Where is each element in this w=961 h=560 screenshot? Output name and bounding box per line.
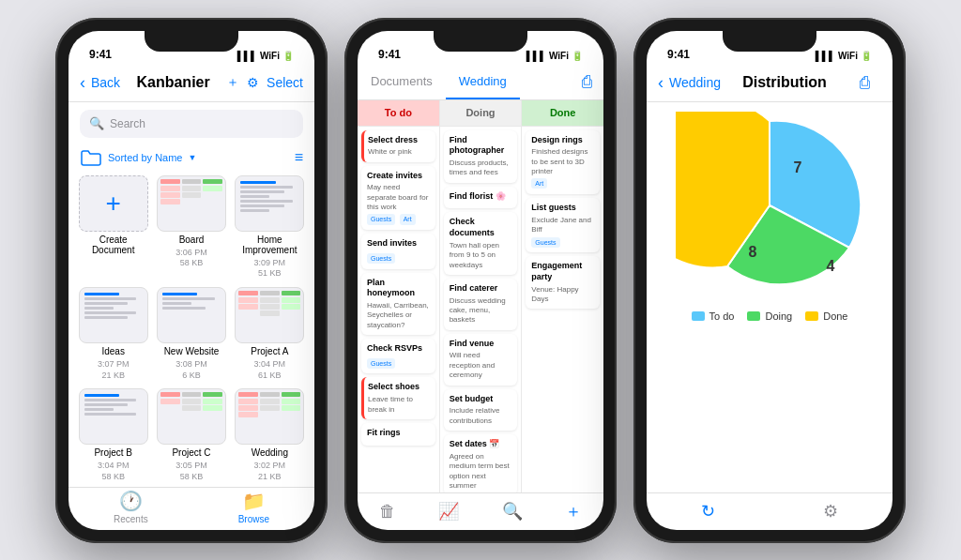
refresh-icon[interactable]: ↻ xyxy=(701,501,715,522)
back-label-1[interactable]: Back xyxy=(91,75,120,90)
settings-icon-3[interactable]: ⚙ xyxy=(823,501,838,522)
file-meta-website: 3:08 PM6 KB xyxy=(175,359,207,381)
back-arrow-icon: ‹ xyxy=(80,73,85,93)
file-item-wedding[interactable]: Wedding 3:02 PM21 KB xyxy=(235,388,305,482)
add-icon[interactable]: ＋ xyxy=(226,74,239,91)
kanban-cards-todo[interactable]: Select dress White or pink Create invite… xyxy=(358,127,439,492)
home-thumb xyxy=(235,175,304,232)
recents-icon: 🕐 xyxy=(119,490,143,512)
notch-3 xyxy=(723,31,816,52)
kanban-card[interactable]: List guests Exclude Jane and Biff Guests xyxy=(526,198,600,252)
share-icon[interactable]: ⎙ xyxy=(571,72,603,92)
tab-wedding-kanban[interactable]: Wedding xyxy=(446,65,520,99)
kanban-card[interactable]: Plan honeymoon Hawaii, Carribean, Seyche… xyxy=(361,273,435,336)
kanban-card[interactable]: Engagement party Venue: Happy Days xyxy=(526,256,600,309)
tab-browse[interactable]: 📁 Browse xyxy=(238,490,269,524)
sort-left[interactable]: Sorted by Name ▼ xyxy=(80,149,196,166)
file-item-projectc[interactable]: Project C 3:05 PM58 KB xyxy=(156,388,226,482)
legend-todo-label: To do xyxy=(709,310,735,322)
legend-doing: Doing xyxy=(747,310,792,322)
sort-chevron-icon: ▼ xyxy=(188,153,196,162)
file-meta-projecta: 3:04 PM61 KB xyxy=(254,359,286,381)
kanban-card[interactable]: Find caterer Discuss wedding cake, menu,… xyxy=(444,279,518,330)
kanban-card[interactable]: Fit rings xyxy=(361,423,435,446)
file-item-projecta[interactable]: Project A 3:04 PM61 KB xyxy=(235,287,305,381)
status-icons-3: ▌▌▌ WiFi 🔋 xyxy=(816,51,872,61)
tab-documents[interactable]: Documents xyxy=(358,65,446,99)
file-name-projectb: Project B xyxy=(94,447,132,458)
file-name-projecta: Project A xyxy=(251,346,288,356)
nav-bar-1: ‹ Back Kanbanier ＋ ⚙ Select xyxy=(69,65,314,102)
chart-legend: To do Doing Done xyxy=(692,310,848,322)
file-name-projectc: Project C xyxy=(172,447,210,458)
wifi-icon-3: WiFi xyxy=(838,51,858,61)
phone-2-screen: 9:41 ▌▌▌ WiFi 🔋 Documents Wedding xyxy=(358,31,603,530)
status-time-3: 9:41 xyxy=(667,48,690,61)
kanban-card[interactable]: Check documents Town hall open from 9 to… xyxy=(444,212,518,275)
file-item-website[interactable]: New Website 3:08 PM6 KB xyxy=(156,287,226,381)
file-item-home[interactable]: HomeImprovement 3:09 PM51 KB xyxy=(235,175,305,280)
dist-bottom: ↻ ⚙ xyxy=(647,492,892,530)
create-thumb: + xyxy=(79,175,148,232)
pie-svg: 7 4 8 xyxy=(676,112,863,299)
nav-left-1[interactable]: ‹ Back xyxy=(80,73,120,93)
kanban-card[interactable]: Design rings Finished designs to be sent… xyxy=(526,130,600,195)
notch-2 xyxy=(434,31,527,52)
file-name-create: CreateDocument xyxy=(92,235,135,255)
wedding-thumb xyxy=(235,388,304,445)
status-icons-2: ▌▌▌ WiFi 🔋 xyxy=(526,51,583,61)
col-done-header: Done xyxy=(522,100,603,127)
kanban-card[interactable]: Set dates 📅 Agreed on medium term best o… xyxy=(444,434,518,492)
kanban-card[interactable]: Create invites May need separate board f… xyxy=(361,166,435,231)
file-item-create[interactable]: + CreateDocument xyxy=(78,175,148,280)
phone-2: 9:41 ▌▌▌ WiFi 🔋 Documents Wedding xyxy=(344,18,617,543)
search-bar-1[interactable]: 🔍 Search xyxy=(80,110,303,138)
kanban-cards-doing[interactable]: Find photographer Discuss products, time… xyxy=(440,127,522,492)
trash-icon[interactable]: 🗑 xyxy=(379,502,396,522)
file-item-ideas[interactable]: Ideas 3:07 PM21 KB xyxy=(78,287,148,381)
share-icon-3[interactable]: ⎙ xyxy=(848,73,881,93)
kanban-card[interactable]: Check RSVPs Guests xyxy=(361,339,435,373)
file-item-projectb[interactable]: Project B 3:04 PM58 KB xyxy=(78,388,148,482)
phones-container: 9:41 ▌▌▌ WiFi 🔋 ‹ Back Kanbanier ＋ ⚙ Sel… xyxy=(37,0,924,560)
back-label-3[interactable]: Wedding xyxy=(669,75,721,90)
select-button[interactable]: Select xyxy=(267,75,303,90)
search-placeholder-1: Search xyxy=(110,117,145,130)
signal-icon: ▌▌▌ xyxy=(237,51,257,61)
list-view-icon[interactable]: ≡ xyxy=(295,149,303,166)
battery-icon: 🔋 xyxy=(282,51,294,61)
settings-icon[interactable]: ⚙ xyxy=(247,75,259,90)
nav-title-3: Distribution xyxy=(742,74,827,91)
status-time-2: 9:41 xyxy=(378,48,401,61)
sort-label[interactable]: Sorted by Name xyxy=(108,152,182,163)
browse-icon: 📁 xyxy=(242,490,266,512)
battery-icon-2: 🔋 xyxy=(572,51,583,61)
kanban-card[interactable]: Find florist 🌸 xyxy=(444,187,518,209)
search-icon-2[interactable]: 🔍 xyxy=(502,501,523,522)
kanban-card[interactable]: Select shoes Leave time to break in xyxy=(361,377,435,418)
kanban-card[interactable]: Find photographer Discuss products, time… xyxy=(444,130,518,183)
kanban-card[interactable]: Send invites Guests xyxy=(361,234,435,268)
folder-icon xyxy=(80,149,102,166)
projectc-thumb xyxy=(157,388,226,445)
legend-done-label: Done xyxy=(823,310,847,322)
file-name-home: HomeImprovement xyxy=(242,235,297,255)
kanban-nav: Documents Wedding ⎙ xyxy=(358,65,603,100)
files-grid: + CreateDocument Board 3:06 PM58 KB xyxy=(69,170,314,487)
file-item-board[interactable]: Board 3:06 PM58 KB xyxy=(156,175,226,280)
chart-icon[interactable]: 📈 xyxy=(438,501,459,522)
kanban-cards-done[interactable]: Design rings Finished designs to be sent… xyxy=(522,127,603,492)
add-card-icon[interactable]: ＋ xyxy=(565,500,582,522)
tab-recents[interactable]: 🕐 Recents xyxy=(114,490,148,524)
kanban-card[interactable]: Find venue Will need reception and cerem… xyxy=(444,334,518,386)
legend-dot-todo xyxy=(692,311,705,321)
col-doing-header: Doing xyxy=(440,100,522,127)
pie-label-done: 8 xyxy=(749,244,757,260)
nav-right-1[interactable]: ＋ ⚙ Select xyxy=(226,74,303,91)
kanban-card[interactable]: Select dress White or pink xyxy=(361,130,435,162)
kanban-card[interactable]: Set budget Include relative contribution… xyxy=(444,389,518,431)
phone-3-screen: 9:41 ▌▌▌ WiFi 🔋 ‹ Wedding Distribution ⎙ xyxy=(647,31,892,530)
nav-left-3[interactable]: ‹ Wedding xyxy=(658,73,721,93)
legend-done: Done xyxy=(805,310,847,322)
file-name-wedding: Wedding xyxy=(252,447,288,458)
